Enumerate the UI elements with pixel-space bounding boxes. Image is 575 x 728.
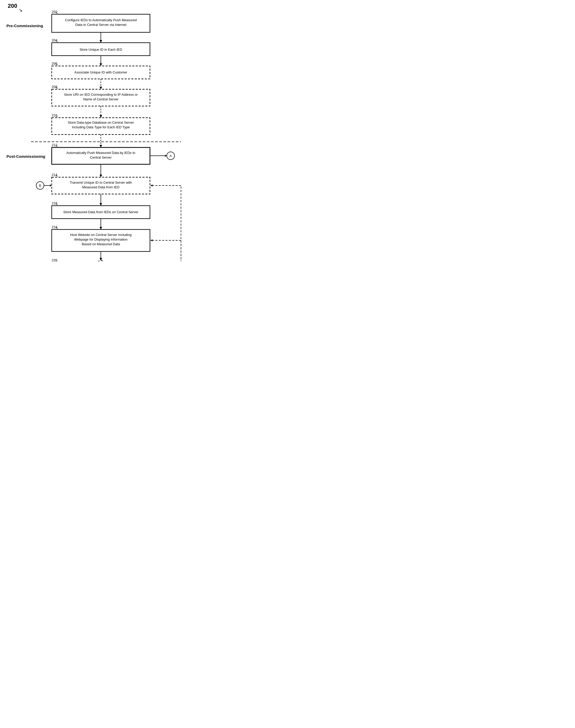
svg-marker-34 [100, 175, 102, 177]
svg-text:214: 214 [52, 173, 57, 177]
svg-text:Post-Commissioning: Post-Commissioning [6, 154, 45, 159]
svg-marker-79 [150, 239, 153, 241]
svg-text:Including Data Type for  Each : Including Data Type for Each IED Type [72, 125, 130, 129]
svg-text:216: 216 [52, 201, 57, 205]
svg-text:218: 218 [52, 225, 57, 229]
svg-marker-40 [100, 258, 102, 260]
svg-text:A: A [170, 154, 172, 158]
svg-marker-83 [150, 185, 153, 187]
svg-text:202: 202 [52, 10, 57, 14]
svg-text:Based on Measured Data: Based on Measured Data [82, 242, 120, 246]
diagram-svg: 202 204 206 208 210 212 214 216 [0, 0, 207, 261]
svg-text:Host Website on Central Server: Host Website on Central Server Including [70, 233, 132, 237]
svg-text:Store Data-type Database on Ce: Store Data-type Database on Central Serv… [68, 121, 134, 124]
svg-marker-26 [100, 63, 102, 66]
svg-marker-24 [100, 40, 102, 43]
svg-text:Measured Data from IED: Measured Data from IED [82, 185, 120, 189]
svg-text:Central Server: Central Server [90, 156, 112, 159]
svg-text:Store Unique ID in Each IED: Store Unique ID in Each IED [80, 48, 122, 52]
svg-text:B: B [39, 184, 41, 188]
svg-text:Configure IEDs to Automaticall: Configure IEDs to Automatically Push Mea… [65, 18, 136, 22]
svg-marker-71 [165, 155, 167, 157]
svg-text:Name of  Central Server: Name of Central Server [83, 97, 119, 101]
svg-marker-36 [100, 203, 102, 206]
diagram-container: 200 ↘ 202 204 206 208 210 212 [0, 0, 207, 15]
svg-text:212: 212 [52, 143, 57, 147]
svg-text:Webpage for Displaying Informa: Webpage for Displaying Information [74, 238, 128, 241]
svg-text:204: 204 [52, 38, 57, 42]
svg-marker-38 [100, 227, 102, 229]
svg-text:Store URI on IED Corresponding: Store URI on IED Corresponding to IP Add… [64, 93, 138, 96]
svg-text:210: 210 [52, 113, 57, 117]
svg-marker-30 [100, 115, 102, 118]
svg-text:Transmit Unique ID to Central : Transmit Unique ID to Central Server wit… [70, 181, 132, 185]
svg-marker-28 [100, 87, 102, 89]
svg-text:Store Measured Data from IEDs : Store Measured Data from IEDs on Central… [63, 210, 139, 214]
svg-text:206: 206 [52, 62, 57, 65]
svg-text:Pre-Commissioning: Pre-Commissioning [6, 24, 43, 28]
svg-text:Data to Central Server via Int: Data to Central Server via Internet [75, 23, 127, 27]
svg-text:Associate Unique ID with Custo: Associate Unique ID with Customer [74, 70, 128, 74]
svg-text:208: 208 [52, 85, 57, 89]
svg-text:Automatically Push Measured Da: Automatically Push Measured Data by IEDs… [66, 151, 135, 155]
